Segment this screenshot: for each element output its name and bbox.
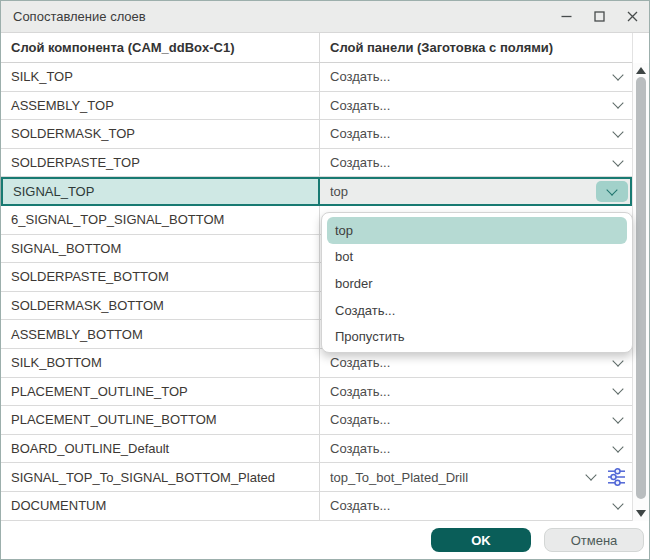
table-row: SILK_TOP Создать... bbox=[1, 63, 632, 92]
scrollbar-down-icon[interactable] bbox=[636, 510, 646, 517]
panel-layer-combobox[interactable]: Создать... bbox=[320, 492, 632, 520]
component-layer-cell: SOLDERPASTE_TOP bbox=[1, 149, 320, 177]
combobox-value: Создать... bbox=[330, 412, 614, 427]
panel-layer-combobox[interactable]: Создать... bbox=[320, 149, 632, 177]
chevron-down-icon bbox=[612, 155, 623, 166]
table-row: BOARD_OUTLINE_Default Создать... bbox=[1, 435, 632, 464]
combobox-value: Создать... bbox=[330, 441, 614, 456]
combobox-value: Создать... bbox=[330, 98, 614, 113]
chevron-down-icon bbox=[606, 184, 617, 195]
panel-layer-combobox-open[interactable]: top bbox=[320, 179, 630, 204]
header-component-layer: Слой компонента (CAM_ddBox-C1) bbox=[1, 33, 320, 62]
table-row: PLACEMENT_OUTLINE_BOTTOM Создать... bbox=[1, 406, 632, 435]
header-panel-layer: Слой панели (Заготовка с полями) bbox=[320, 33, 632, 62]
combobox-value: Создать... bbox=[330, 126, 614, 141]
panel-layer-combobox[interactable]: Создать... bbox=[320, 435, 632, 463]
table-row: PLACEMENT_OUTLINE_TOP Создать... bbox=[1, 378, 632, 407]
ok-button[interactable]: OK bbox=[431, 528, 531, 552]
combobox-value: Создать... bbox=[330, 155, 614, 170]
combobox-value: top_To_bot_Plated_Drill bbox=[330, 470, 587, 485]
dropdown-option[interactable]: Создать... bbox=[327, 297, 627, 324]
vertical-scrollbar[interactable] bbox=[633, 63, 649, 521]
component-layer-cell: PLACEMENT_OUTLINE_BOTTOM bbox=[1, 406, 320, 434]
component-layer-cell: BOARD_OUTLINE_Default bbox=[1, 435, 320, 463]
combobox-value: Создать... bbox=[330, 69, 614, 84]
dropdown-option-selected[interactable]: top bbox=[327, 217, 627, 244]
combobox-value: Создать... bbox=[330, 498, 614, 513]
scrollbar-up-icon[interactable] bbox=[636, 67, 646, 74]
window-controls bbox=[550, 1, 649, 32]
maximize-button[interactable] bbox=[583, 1, 616, 32]
chevron-down-icon bbox=[612, 69, 623, 80]
table-row: SILK_BOTTOM Создать... bbox=[1, 349, 632, 378]
chevron-down-icon bbox=[612, 441, 623, 452]
panel-layer-combobox[interactable]: Создать... bbox=[320, 120, 632, 148]
cancel-button[interactable]: Отмена bbox=[544, 528, 644, 552]
panel-layer-combobox[interactable]: Создать... bbox=[320, 63, 632, 91]
component-layer-cell: SIGNAL_BOTTOM bbox=[1, 235, 320, 263]
maximize-icon bbox=[594, 11, 605, 22]
table-row: SIGNAL_TOP_To_SIGNAL_BOTTOM_Plated top_T… bbox=[1, 463, 632, 492]
combobox-value: Создать... bbox=[330, 384, 614, 399]
dialog-title: Сопоставление слоев bbox=[13, 9, 146, 24]
component-layer-cell: SIGNAL_TOP_To_SIGNAL_BOTTOM_Plated bbox=[1, 463, 320, 491]
scrollbar-column bbox=[633, 33, 649, 521]
combobox-dropdown-button[interactable] bbox=[596, 181, 628, 202]
dropdown-option[interactable]: Пропустить bbox=[327, 323, 627, 350]
component-layer-cell: SILK_BOTTOM bbox=[1, 349, 320, 377]
dropdown-option[interactable]: bot bbox=[327, 244, 627, 271]
minimize-icon bbox=[561, 11, 572, 22]
combobox-value: top bbox=[330, 184, 590, 199]
panel-layer-dropdown-menu: top bot border Создать... Пропустить bbox=[321, 212, 633, 353]
panel-layer-combobox[interactable]: Создать... bbox=[320, 378, 632, 406]
chevron-down-icon bbox=[612, 412, 623, 423]
component-layer-cell: SOLDERMASK_BOTTOM bbox=[1, 292, 320, 320]
component-layer-cell: SILK_TOP bbox=[1, 63, 320, 91]
chevron-down-icon bbox=[612, 498, 623, 509]
chevron-down-icon bbox=[612, 355, 623, 366]
chevron-down-icon bbox=[612, 384, 623, 395]
combobox-value: Создать... bbox=[330, 355, 614, 370]
panel-layer-combobox[interactable]: top_To_bot_Plated_Drill bbox=[320, 463, 632, 491]
panel-layer-combobox[interactable]: Создать... bbox=[320, 349, 632, 377]
chevron-down-icon bbox=[612, 98, 623, 109]
titlebar: Сопоставление слоев bbox=[1, 1, 649, 33]
close-button[interactable] bbox=[616, 1, 649, 32]
component-layer-cell: 6_SIGNAL_TOP_SIGNAL_BOTTOM bbox=[1, 206, 320, 234]
scrollbar-thumb[interactable] bbox=[636, 77, 646, 499]
chevron-down-icon bbox=[612, 126, 623, 137]
dropdown-option[interactable]: border bbox=[327, 270, 627, 297]
minimize-button[interactable] bbox=[550, 1, 583, 32]
chevron-down-icon bbox=[585, 469, 596, 480]
table-row: SOLDERMASK_TOP Создать... bbox=[1, 120, 632, 149]
dialog-footer: OK Отмена bbox=[1, 521, 649, 559]
panel-layer-combobox[interactable]: Создать... bbox=[320, 92, 632, 120]
component-layer-cell: ASSEMBLY_TOP bbox=[1, 92, 320, 120]
component-layer-cell: SIGNAL_TOP bbox=[3, 179, 320, 204]
component-layer-cell: SOLDERMASK_TOP bbox=[1, 120, 320, 148]
panel-layer-combobox[interactable]: Создать... bbox=[320, 406, 632, 434]
table-row-selected: SIGNAL_TOP top bbox=[1, 177, 632, 206]
component-layer-cell: SOLDERPASTE_BOTTOM bbox=[1, 263, 320, 291]
table-row: SOLDERPASTE_TOP Создать... bbox=[1, 149, 632, 178]
component-layer-cell: PLACEMENT_OUTLINE_TOP bbox=[1, 378, 320, 406]
table-row: ASSEMBLY_TOP Создать... bbox=[1, 92, 632, 121]
layer-mapping-dialog: Сопоставление слоев Слой компонента (CAM… bbox=[0, 0, 650, 560]
component-layer-cell: DOCUMENTUM bbox=[1, 492, 320, 520]
table-row: DOCUMENTUM Создать... bbox=[1, 492, 632, 521]
table-header-row: Слой компонента (CAM_ddBox-C1) Слой пане… bbox=[1, 33, 632, 63]
close-icon bbox=[627, 11, 638, 22]
component-layer-cell: ASSEMBLY_BOTTOM bbox=[1, 320, 320, 348]
drill-settings-icon[interactable] bbox=[605, 467, 628, 487]
